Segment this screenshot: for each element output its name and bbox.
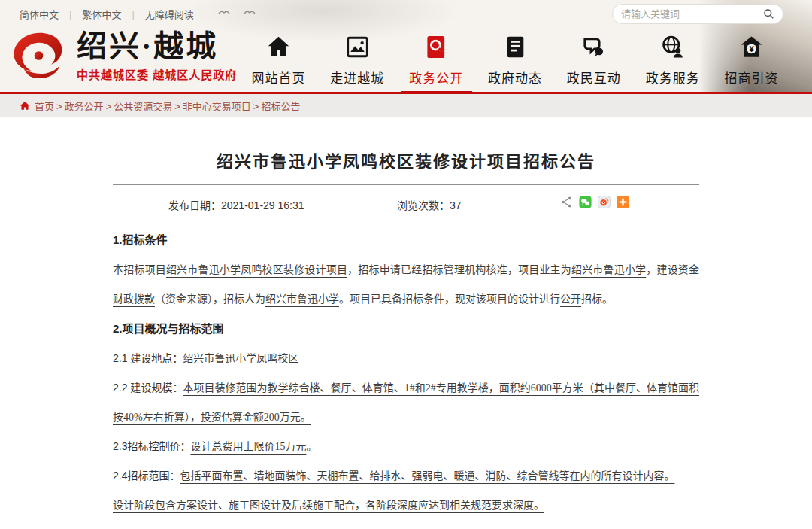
nav-label: 招商引资 xyxy=(725,68,779,87)
lang-simplified-chinese[interactable]: 简体中文 xyxy=(20,7,59,21)
house-yuan-icon: ¥ xyxy=(738,34,765,60)
text-segment: 。 xyxy=(306,441,317,452)
site-brand[interactable]: 绍兴·越城 中共越城区委 越城区人民政府 xyxy=(6,27,237,84)
text-segment: ，建设资金 xyxy=(646,264,699,275)
site-name: 绍兴·越城 xyxy=(77,29,237,64)
nav-label: 网站首页 xyxy=(251,68,305,87)
nav-item-public-interaction[interactable]: 政民互动 xyxy=(554,27,633,92)
publish-date-value: 2021-01-29 16:31 xyxy=(221,199,304,211)
item-2-2: 2.2 建设规模：本项目装修范围为教学综合楼、餐厅、体育馆、1#和2#专用教学楼… xyxy=(113,373,699,432)
breadcrumb-item: 招标公告 xyxy=(261,101,300,112)
svg-text:¥: ¥ xyxy=(749,44,754,53)
underlined-text: 设计总费用上限价15万元 xyxy=(190,441,306,452)
search-box[interactable] xyxy=(612,4,783,24)
language-links: 简体中文 | 繁体中文 | 无障碍阅读 xyxy=(20,7,194,21)
more-share-icon[interactable] xyxy=(617,196,629,208)
view-count-label: 浏览次数： xyxy=(397,199,450,211)
breadcrumb-item[interactable]: 非中心交易项目 xyxy=(183,101,251,112)
site-header: 简体中文 | 繁体中文 | 无障碍阅读 xyxy=(0,0,812,94)
view-count: 浏览次数：37 xyxy=(397,197,462,212)
breadcrumb-item[interactable]: 政务公开 xyxy=(65,101,104,112)
view-count-value: 37 xyxy=(450,199,462,211)
nav-label: 政务服务 xyxy=(646,68,700,87)
home-icon xyxy=(265,34,292,60)
breadcrumb-item[interactable]: 公共资源交易 xyxy=(114,101,172,112)
breadcrumb-separator: > xyxy=(253,101,259,112)
underlined-text: 包括平面布置、墙地面装饰、天棚布置、给排水、强弱电、暖通、消防、综合管线等在内的… xyxy=(180,470,674,482)
text-segment: 2.3招标控制价： xyxy=(113,440,190,452)
text-segment: 2.2 建设规模： xyxy=(113,382,183,394)
lang-traditional-chinese[interactable]: 繁体中文 xyxy=(82,7,121,21)
section-1-body: 本招标项目绍兴市鲁迅小学凤鸣校区装修设计项目，招标申请已经招标管理机构核准，项目… xyxy=(113,255,699,314)
doc-search-icon xyxy=(423,34,450,60)
article-title: 绍兴市鲁迅小学凤鸣校区装修设计项目招标公告 xyxy=(113,147,699,172)
underlined-text: 绍兴市鲁迅小学凤鸣校区 xyxy=(183,353,298,364)
underlined-text: 本项目装修范围为教学综合楼、餐厅、体育馆、1#和2#专用教学楼，面积约6000平… xyxy=(113,382,699,423)
share-icon[interactable] xyxy=(560,196,573,208)
underlined-text: 财政拨款 xyxy=(113,293,155,305)
underlined-text: 公开 xyxy=(560,293,581,305)
breadcrumb-items: 首页>政务公开>公共资源交易>非中心交易项目>招标公告 xyxy=(35,99,300,113)
brand-text: 绍兴·越城 中共越城区委 越城区人民政府 xyxy=(77,29,237,82)
article-content: 绍兴市鲁迅小学凤鸣校区装修设计项目招标公告 发布日期：2021-01-29 16… xyxy=(113,117,699,529)
item-2-1: 2.1 建设地点：绍兴市鲁迅小学凤鸣校区 xyxy=(113,344,699,373)
item-2-5: 2.5计划工期：35日历天，其中，方案深化设计时间为20日历天，施工图设计时间为… xyxy=(113,520,699,529)
breadcrumb-separator: > xyxy=(56,101,62,112)
nav-item-about[interactable]: 走进越城 xyxy=(318,27,397,92)
page: 简体中文 | 繁体中文 | 无障碍阅读 xyxy=(0,0,812,529)
globe-user-icon xyxy=(659,34,686,60)
accessibility-reading-link[interactable]: 无障碍阅读 xyxy=(145,7,194,21)
text-segment: 2.1 建设地点： xyxy=(113,352,183,364)
item-2-3: 2.3招标控制价：设计总费用上限价15万元。 xyxy=(113,432,699,461)
text-segment: 。项目已具备招标条件，现对该项目的设计进行 xyxy=(339,293,560,305)
publish-date-label: 发布日期： xyxy=(168,199,221,211)
news-doc-icon xyxy=(502,34,529,60)
divider: | xyxy=(132,8,134,20)
text-segment: 2.4招标范围： xyxy=(113,470,180,482)
publish-date: 发布日期：2021-01-29 16:31 xyxy=(168,197,304,212)
weibo-share-icon[interactable] xyxy=(598,196,611,208)
wechat-share-icon[interactable] xyxy=(579,196,592,208)
site-subtitle: 中共越城区委 越城区人民政府 xyxy=(77,66,237,82)
topbar: 简体中文 | 繁体中文 | 无障碍阅读 xyxy=(0,0,812,27)
underlined-text: 设计阶段包含方案设计、施工图设计及后续施工配合，各阶段深度应达到相关规范要求深度… xyxy=(113,500,544,511)
text-segment: 招标。 xyxy=(581,293,613,305)
divider: | xyxy=(69,8,71,20)
section-1-heading: 1.招标条件 xyxy=(113,225,699,255)
main-navigation: 网站首页 走进越城 政务公开 xyxy=(239,27,791,92)
text-segment: （资金来源），招标人为 xyxy=(155,293,265,305)
nav-label: 政府动态 xyxy=(488,68,542,87)
nav-label: 政务公开 xyxy=(409,68,463,87)
item-2-4: 2.4招标范围：包括平面布置、墙地面装饰、天棚布置、给排水、强弱电、暖通、消防、… xyxy=(113,461,699,520)
title-divider xyxy=(113,184,699,185)
nav-label: 政民互动 xyxy=(567,68,621,87)
text-segment: 2.项目概况与招标范围 xyxy=(113,322,224,335)
breadcrumb-item[interactable]: 首页 xyxy=(35,101,54,112)
text-segment: ，招标申请已经招标管理机构核准，项目业主为 xyxy=(347,264,571,275)
breadcrumb: 首页>政务公开>公共资源交易>非中心交易项目>招标公告 xyxy=(0,94,812,117)
breadcrumb-separator: > xyxy=(106,101,112,112)
nav-item-investment[interactable]: ¥ 招商引资 xyxy=(712,27,791,92)
breadcrumb-home-icon[interactable] xyxy=(20,101,30,111)
share-bar xyxy=(560,196,629,208)
underlined-text: 绍兴市鲁迅小学 xyxy=(571,264,646,275)
photo-icon xyxy=(344,34,371,60)
text-segment: 本招标项目 xyxy=(113,264,166,275)
underlined-text: 绍兴市鲁迅小学凤鸣校区装修设计项目 xyxy=(166,264,347,275)
nav-item-home[interactable]: 网站首页 xyxy=(239,27,318,92)
text-segment: 1.招标条件 xyxy=(113,233,168,246)
section-2-heading: 2.项目概况与招标范围 xyxy=(113,314,699,344)
nav-item-gov-services[interactable]: 政务服务 xyxy=(633,27,712,92)
article-meta: 发布日期：2021-01-29 16:31 浏览次数：37 xyxy=(113,192,699,214)
breadcrumb-separator: > xyxy=(174,101,180,112)
underlined-text: 绍兴市鲁迅小学 xyxy=(265,293,339,305)
nav-label: 走进越城 xyxy=(330,68,384,87)
nav-item-gov-disclosure[interactable]: 政务公开 xyxy=(397,27,476,92)
search-input[interactable] xyxy=(621,8,763,20)
red-swirl-logo-icon xyxy=(6,27,75,84)
chat-bubbles-icon xyxy=(580,34,607,60)
article-body: 1.招标条件本招标项目绍兴市鲁迅小学凤鸣校区装修设计项目，招标申请已经招标管理机… xyxy=(113,225,699,529)
search-icon[interactable] xyxy=(763,8,774,20)
nav-item-gov-news[interactable]: 政府动态 xyxy=(476,27,555,92)
